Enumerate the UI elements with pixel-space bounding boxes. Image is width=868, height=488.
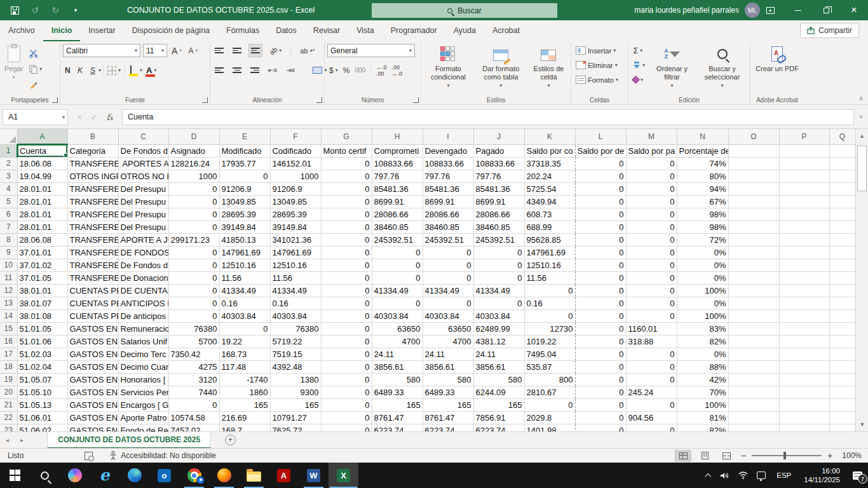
cell-N12[interactable]: 100%: [677, 284, 728, 297]
cell-K4[interactable]: 5725.54: [524, 182, 575, 195]
cell-C14[interactable]: De anticipos: [118, 309, 168, 322]
cell-M20[interactable]: 245.24: [626, 386, 677, 398]
cell-L15[interactable]: 0: [575, 322, 626, 335]
align-bottom-button[interactable]: [248, 44, 262, 57]
cell-D20[interactable]: 7440: [168, 386, 219, 398]
cell-N15[interactable]: 83%: [677, 322, 728, 335]
scroll-down-icon[interactable]: ▼: [856, 417, 868, 431]
cell-Q11[interactable]: [829, 271, 855, 284]
cell-E6[interactable]: 28695.39: [219, 208, 270, 220]
row-header-20[interactable]: 20: [0, 386, 17, 398]
taskbar-excel[interactable]: X: [329, 463, 358, 488]
cell-M2[interactable]: 0: [626, 157, 677, 170]
cell-L5[interactable]: 0: [575, 195, 626, 208]
format-painter-button[interactable]: [27, 78, 44, 92]
cell-N1[interactable]: Porcentaje de ejecucion: [677, 144, 728, 157]
cell-E13[interactable]: 0.16: [219, 297, 270, 309]
bold-button[interactable]: N: [63, 64, 76, 77]
column-header-G[interactable]: G: [321, 129, 372, 144]
cell-Q21[interactable]: [829, 398, 855, 411]
cell-N22[interactable]: 81%: [677, 411, 728, 424]
cell-F18[interactable]: 4392.48: [270, 360, 321, 373]
underline-caret-icon[interactable]: ▾: [98, 67, 101, 73]
font-name-select[interactable]: Calibri▾: [63, 44, 140, 57]
column-header-E[interactable]: E: [219, 129, 270, 144]
cell-L9[interactable]: 0: [575, 246, 626, 259]
tab-disposicion[interactable]: Disposición de página: [124, 20, 218, 41]
cell-O10[interactable]: [728, 259, 779, 271]
borders-button[interactable]: ▾: [105, 64, 123, 77]
cell-K18[interactable]: 535.87: [524, 360, 575, 373]
cell-Q3[interactable]: [829, 170, 855, 182]
cell-Q10[interactable]: [829, 259, 855, 271]
tab-insertar[interactable]: Insertar: [80, 20, 123, 41]
cell-Q2[interactable]: [829, 157, 855, 170]
cell-L7[interactable]: 0: [575, 220, 626, 233]
cell-G14[interactable]: 0: [321, 309, 372, 322]
cell-D9[interactable]: 0: [168, 246, 219, 259]
normal-view-button[interactable]: [675, 450, 691, 462]
format-as-table-button[interactable]: Dar formato como tabla▾: [475, 44, 527, 94]
cell-O6[interactable]: [728, 208, 779, 220]
column-header-N[interactable]: N: [677, 129, 728, 144]
cell-C21[interactable]: Encargos [ GA: [118, 398, 168, 411]
cell-H2[interactable]: 108833.66: [372, 157, 423, 170]
cell-E17[interactable]: 168.73: [219, 348, 270, 360]
cell-P15[interactable]: [779, 322, 829, 335]
cell-J13[interactable]: 0: [473, 297, 524, 309]
cell-H8[interactable]: 245392.51: [372, 233, 423, 246]
cell-Q9[interactable]: [829, 246, 855, 259]
cell-F21[interactable]: 165: [270, 398, 321, 411]
minimize-button[interactable]: [784, 0, 812, 20]
cell-B6[interactable]: TRANSFEREN: [67, 208, 118, 220]
cell-P8[interactable]: [779, 233, 829, 246]
volume-icon[interactable]: [715, 463, 734, 488]
zoom-percentage[interactable]: 100%: [839, 451, 862, 460]
format-cells-button[interactable]: Formato▾: [574, 73, 625, 86]
cell-O17[interactable]: [728, 348, 779, 360]
cell-L16[interactable]: 0: [575, 335, 626, 348]
cell-E8[interactable]: 41850.13: [219, 233, 270, 246]
cell-A13[interactable]: 38.01.07: [17, 297, 67, 309]
cell-I13[interactable]: 0: [423, 297, 473, 309]
row-header-8[interactable]: 8: [0, 233, 17, 246]
cell-M11[interactable]: 0: [626, 271, 677, 284]
cell-C2[interactable]: APORTES A: [118, 157, 168, 170]
row-header-4[interactable]: 4: [0, 182, 17, 195]
cell-Q18[interactable]: [829, 360, 855, 373]
cell-M3[interactable]: 0: [626, 170, 677, 182]
cell-A22[interactable]: 51.06.01: [17, 411, 67, 424]
cell-H3[interactable]: 797.76: [372, 170, 423, 182]
alineacion-dialog-launcher-icon[interactable]: [316, 97, 322, 103]
cell-N16[interactable]: 82%: [677, 335, 728, 348]
cell-D12[interactable]: 0: [168, 284, 219, 297]
cell-N7[interactable]: 98%: [677, 220, 728, 233]
cell-F10[interactable]: 12510.16: [270, 259, 321, 271]
cell-F15[interactable]: 76380: [270, 322, 321, 335]
orientation-button[interactable]: ab▾: [268, 44, 283, 57]
cell-M17[interactable]: 0: [626, 348, 677, 360]
cell-C19[interactable]: Honorarios [: [118, 373, 168, 386]
cell-H16[interactable]: 4700: [372, 335, 423, 348]
cell-N10[interactable]: 0%: [677, 259, 728, 271]
cell-J18[interactable]: 3856.61: [473, 360, 524, 373]
cell-I6[interactable]: 28086.66: [423, 208, 473, 220]
fill-color-button[interactable]: ▾: [127, 64, 144, 77]
cell-P12[interactable]: [779, 284, 829, 297]
cell-M13[interactable]: 0: [626, 297, 677, 309]
cell-P14[interactable]: [779, 309, 829, 322]
cell-E10[interactable]: 12510.16: [219, 259, 270, 271]
name-box[interactable]: A1 ▾: [3, 109, 68, 125]
cell-D2[interactable]: 128216.24: [168, 157, 219, 170]
cell-L4[interactable]: 0: [575, 182, 626, 195]
cell-O9[interactable]: [728, 246, 779, 259]
cell-K5[interactable]: 4349.94: [524, 195, 575, 208]
cell-O22[interactable]: [728, 411, 779, 424]
cell-I16[interactable]: 4700: [423, 335, 473, 348]
taskbar-file-explorer[interactable]: [239, 463, 269, 488]
cell-D5[interactable]: 0: [168, 195, 219, 208]
next-sheet-icon[interactable]: ▸: [15, 437, 29, 444]
cell-B16[interactable]: GASTOS EN F: [67, 335, 118, 348]
cell-E19[interactable]: -1740: [219, 373, 270, 386]
zoom-in-icon[interactable]: +: [826, 451, 834, 461]
